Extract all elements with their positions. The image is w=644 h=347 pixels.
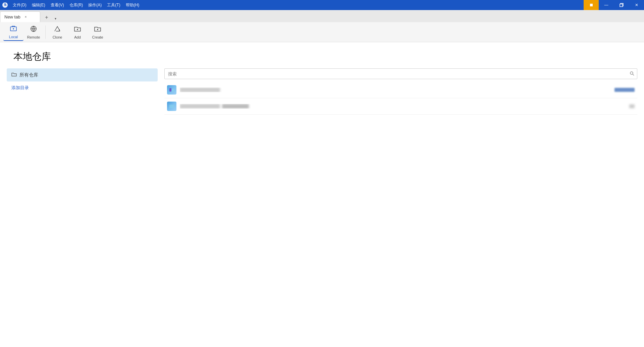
svg-point-6 (630, 72, 633, 74)
page-title: 本地仓库 (0, 42, 644, 68)
svg-rect-3 (620, 4, 623, 7)
tabbar: New tab × + ▾ (0, 10, 644, 22)
search-icon (627, 71, 637, 77)
tab-dropdown-button[interactable]: ▾ (52, 15, 59, 22)
pin-button[interactable] (584, 0, 599, 10)
repo-name-blur-2 (180, 104, 220, 109)
repo-date-1 (614, 88, 635, 92)
repo-list (161, 68, 637, 347)
sidebar-item-all-repos[interactable]: 所有仓库 (7, 68, 158, 81)
close-button[interactable]: ✕ (629, 0, 644, 10)
toolbar-clone-button[interactable]: Clone (47, 23, 67, 41)
repo-date-2 (629, 104, 635, 108)
create-icon (94, 25, 101, 34)
repo-icon-2 (167, 102, 176, 111)
search-input[interactable] (165, 71, 627, 76)
main-content: 本地仓库 所有仓库 添加目录 (0, 42, 644, 347)
remote-icon (30, 25, 37, 34)
new-tab-button[interactable]: + (42, 13, 52, 22)
tab-close-button[interactable]: × (23, 14, 29, 20)
svg-rect-9 (172, 89, 174, 92)
menu-view[interactable]: 查看(V) (48, 0, 67, 10)
repo-icon-1 (167, 85, 176, 95)
all-repos-label: 所有仓库 (19, 72, 38, 78)
menu-bar: 文件(D) 编辑(E) 查看(V) 仓库(R) 操作(A) 工具(T) 帮助(H… (10, 0, 142, 10)
menu-edit[interactable]: 编辑(E) (29, 0, 48, 10)
menu-help[interactable]: 帮助(H) (123, 0, 142, 10)
titlebar: 文件(D) 编辑(E) 查看(V) 仓库(R) 操作(A) 工具(T) 帮助(H… (0, 0, 644, 10)
svg-rect-8 (169, 88, 171, 92)
toolbar: Local Remote Clone Add (0, 22, 644, 42)
add-icon (74, 25, 81, 34)
repo-badge-1 (614, 88, 635, 92)
local-icon (10, 25, 17, 34)
toolbar-create-button[interactable]: Create (88, 23, 108, 41)
repo-name-1 (180, 88, 611, 92)
repo-info-1 (180, 88, 611, 92)
toolbar-local-button[interactable]: Local (3, 23, 23, 41)
repo-info-2 (180, 104, 626, 109)
svg-rect-10 (169, 105, 174, 108)
toolbar-separator-1 (45, 25, 46, 39)
minimize-button[interactable]: — (599, 0, 614, 10)
svg-rect-2 (590, 4, 593, 6)
menu-repo[interactable]: 仓库(R) (67, 0, 86, 10)
titlebar-right: — ✕ (584, 0, 644, 10)
toolbar-remote-button[interactable]: Remote (23, 23, 44, 41)
content-area: 所有仓库 添加目录 (0, 68, 644, 347)
sidebar: 所有仓库 添加目录 (7, 68, 161, 347)
list-item[interactable] (164, 82, 637, 98)
local-label: Local (9, 35, 18, 39)
add-directory-link[interactable]: 添加目录 (7, 81, 158, 94)
folder-icon (11, 72, 17, 78)
repo-name-extra-2 (222, 104, 249, 109)
toolbar-add-button[interactable]: Add (67, 23, 88, 41)
tab-label: New tab (4, 14, 20, 19)
tab-new-tab[interactable]: New tab × (0, 11, 40, 22)
add-label: Add (74, 35, 81, 39)
repo-name-2 (180, 104, 626, 109)
search-bar (164, 68, 637, 79)
menu-file[interactable]: 文件(D) (10, 0, 29, 10)
menu-action[interactable]: 操作(A) (86, 0, 104, 10)
create-label: Create (92, 35, 103, 39)
list-item[interactable] (164, 98, 637, 115)
app-logo (0, 0, 10, 10)
remote-label: Remote (27, 35, 40, 39)
restore-button[interactable] (614, 0, 629, 10)
menu-tools[interactable]: 工具(T) (104, 0, 123, 10)
clone-label: Clone (53, 35, 62, 39)
repo-name-blur-1 (180, 88, 220, 92)
repo-meta-2 (629, 104, 635, 108)
titlebar-left: 文件(D) 编辑(E) 查看(V) 仓库(R) 操作(A) 工具(T) 帮助(H… (0, 0, 142, 10)
svg-point-1 (4, 4, 6, 6)
clone-icon (54, 25, 61, 34)
svg-line-7 (633, 74, 634, 75)
